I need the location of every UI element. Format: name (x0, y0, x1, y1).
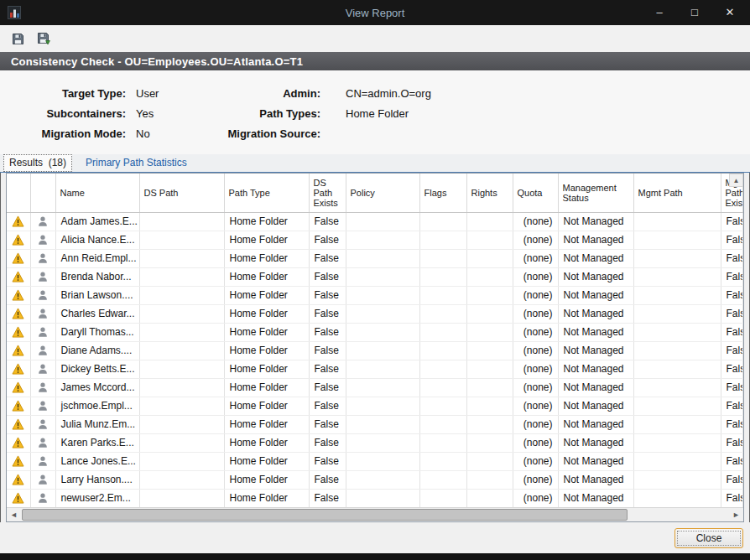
column-header-rights[interactable]: Rights (466, 174, 513, 212)
scroll-right-button[interactable]: ► (729, 508, 743, 521)
table-row[interactable]: Adam James.E... Home Folder False (none)… (7, 212, 742, 231)
cell-rights (466, 231, 513, 249)
cell-ds-path-exists: False (309, 470, 346, 489)
cell-policy (346, 470, 419, 489)
results-table-body: Adam James.E... Home Folder False (none)… (7, 212, 742, 507)
cell-flags (419, 212, 466, 231)
column-header-flags[interactable]: Flags (419, 174, 466, 212)
cell-name: Brenda Nabor... (55, 267, 139, 286)
target-type-label: Target Type: (0, 87, 126, 100)
cell-mgmt-path (633, 323, 721, 341)
table-row[interactable]: James Mccord... Home Folder False (none)… (7, 378, 742, 397)
table-row[interactable]: Brian Lawson.... Home Folder False (none… (7, 286, 742, 304)
cell-ds-path-exists: False (309, 267, 346, 286)
user-icon (37, 474, 49, 485)
column-header-ds-path-exists[interactable]: DS Path Exists (309, 174, 346, 212)
table-row[interactable]: jschmoe.Empl... Home Folder False (none)… (7, 397, 742, 415)
table-row[interactable]: Alicia Nance.E... Home Folder False (non… (7, 231, 742, 249)
cell-mgmt-status: Not Managed (558, 249, 633, 267)
dialog-footer: Close (0, 522, 750, 553)
warning-cell (7, 360, 30, 378)
cell-quota: (none) (513, 378, 558, 397)
cell-quota: (none) (513, 433, 558, 452)
tab-primary-path-statistics[interactable]: Primary Path Statistics (81, 155, 192, 172)
column-header-name[interactable]: Name (55, 174, 139, 212)
cell-ds-path-exists: False (309, 397, 346, 415)
cell-policy (346, 378, 419, 397)
table-row[interactable]: Dickey Betts.E... Home Folder False (non… (7, 360, 742, 378)
column-header-mgmt-path[interactable]: Mgmt Path (633, 174, 721, 212)
column-header-quota[interactable]: Quota (513, 174, 558, 212)
cell-policy (346, 249, 419, 267)
window-title: View Report (0, 7, 750, 19)
cell-rights (466, 341, 513, 360)
cell-flags (419, 249, 466, 267)
table-row[interactable]: Brenda Nabor... Home Folder False (none)… (7, 267, 742, 286)
warning-cell (7, 489, 30, 507)
user-icon (37, 492, 49, 504)
table-row[interactable]: newuser2.Em... Home Folder False (none) … (7, 489, 742, 507)
cell-path-type: Home Folder (224, 489, 309, 507)
table-row[interactable]: Diane Adams.... Home Folder False (none)… (7, 341, 742, 360)
cell-quota: (none) (513, 452, 558, 470)
cell-policy (346, 231, 419, 249)
cell-path-type: Home Folder (224, 267, 309, 286)
save-report-button[interactable] (8, 29, 28, 49)
cell-mgmt-path-exists: False (721, 323, 742, 341)
warning-cell (7, 341, 30, 360)
column-header-icon-0[interactable] (7, 174, 30, 212)
cell-flags (419, 433, 466, 452)
cell-path-type: Home Folder (224, 397, 309, 415)
column-header-management-status[interactable]: Management Status (558, 174, 633, 212)
column-header-policy[interactable]: Policy (346, 174, 419, 212)
table-row[interactable]: Lance Jones.E... Home Folder False (none… (7, 452, 742, 470)
table-row[interactable]: Daryll Thomas... Home Folder False (none… (7, 323, 742, 341)
tab-results[interactable]: Results (18) (3, 154, 72, 172)
cell-path-type: Home Folder (224, 378, 309, 397)
table-row[interactable]: Ann Reid.Empl... Home Folder False (none… (7, 249, 742, 267)
save-report-as-button[interactable] (34, 29, 54, 49)
column-header-ds-path[interactable]: DS Path (139, 174, 224, 212)
table-row[interactable]: Karen Parks.E... Home Folder False (none… (7, 433, 742, 452)
table-row[interactable]: Julia Munz.Em... Home Folder False (none… (7, 415, 742, 433)
cell-rights (466, 267, 513, 286)
admin-value: CN=admin.O=org (320, 87, 750, 100)
cell-ds-path (139, 433, 224, 452)
cell-quota: (none) (513, 323, 558, 341)
path-types-label: Path Types: (220, 107, 320, 120)
user-cell (30, 433, 55, 452)
user-cell (30, 397, 55, 415)
cell-flags (419, 323, 466, 341)
cell-mgmt-status: Not Managed (558, 323, 633, 341)
app-icon (8, 6, 21, 19)
maximize-button[interactable]: □ (687, 0, 702, 25)
user-icon (37, 215, 49, 227)
user-icon (37, 437, 49, 449)
scroll-left-button[interactable]: ◄ (7, 508, 21, 521)
user-icon (37, 381, 49, 393)
minimize-button[interactable]: – (652, 0, 667, 25)
horizontal-scrollbar[interactable]: ◄ ► (7, 507, 743, 521)
close-window-button[interactable]: ✕ (722, 0, 737, 25)
cell-mgmt-status: Not Managed (558, 267, 633, 286)
toolbar (0, 25, 750, 52)
save-as-icon (37, 32, 51, 46)
cell-flags (419, 397, 466, 415)
cell-path-type: Home Folder (224, 286, 309, 304)
table-row[interactable]: Charles Edwar... Home Folder False (none… (7, 304, 742, 323)
cell-mgmt-path (633, 249, 721, 267)
cell-flags (419, 341, 466, 360)
cell-mgmt-path (633, 489, 721, 507)
column-header-path-type[interactable]: Path Type (224, 174, 309, 212)
scroll-up-button[interactable]: ▲ (729, 174, 743, 187)
column-header-icon-1[interactable] (30, 174, 55, 212)
cell-ds-path (139, 360, 224, 378)
cell-mgmt-path-exists: False (721, 304, 742, 323)
warning-cell (7, 267, 30, 286)
close-button[interactable]: Close (674, 528, 743, 548)
table-row[interactable]: Larry Hanson.... Home Folder False (none… (7, 470, 742, 489)
warning-icon (12, 437, 24, 449)
warning-cell (7, 249, 30, 267)
warning-cell (7, 378, 30, 397)
horizontal-scroll-thumb[interactable] (22, 509, 628, 521)
